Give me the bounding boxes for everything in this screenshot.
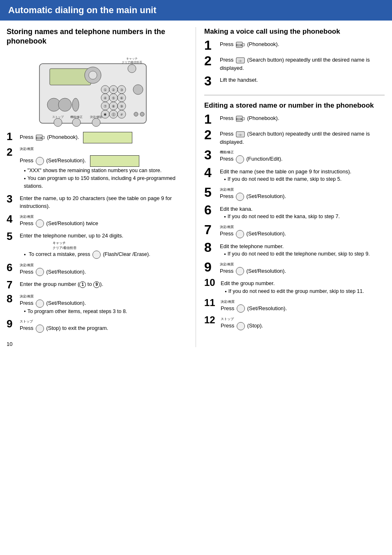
step-content: Edit the kana. If you do not need to edi… — [220, 205, 385, 221]
set-resolution-btn — [236, 193, 244, 201]
step-content: Press ◁▷ (Search button) repeatedly unti… — [220, 130, 385, 146]
num-9: 9 — [93, 281, 100, 288]
stop-btn — [237, 322, 245, 330]
svg-point-40 — [133, 85, 143, 94]
step-after: (Set/Resolution). — [46, 158, 86, 164]
svg-point-4 — [128, 64, 136, 73]
step-number: 5 — [204, 186, 218, 199]
phonebook-label: (Phonebook). — [47, 134, 79, 140]
left-step-1: 1 Press 電話帳 (Phonebook). — [7, 132, 187, 143]
svg-point-6 — [89, 71, 97, 79]
svg-point-38 — [72, 118, 81, 127]
step-content: Edit the telephone number. If you do not… — [220, 242, 385, 258]
set-resolution-btn — [236, 267, 244, 275]
svg-text:クリア/着信拒否: クリア/着信拒否 — [122, 61, 143, 64]
step-content: 決定/画質 Press (Set/Resolution). — [221, 299, 385, 313]
left-step-6: 6 決定/画質 Press (Set/Resolution). — [7, 263, 187, 276]
right-section-1: Making a voice call using the phonebook … — [204, 27, 385, 88]
step-content: 決定/画質 Press (Set/Resolution). — [220, 262, 385, 276]
step-content: 決定/画質 Press (Set/Resolution). — [220, 187, 385, 201]
step-number: 11 — [204, 298, 219, 308]
page-number: 10 — [7, 341, 12, 347]
display-box-2 — [90, 155, 139, 167]
set-resolution-btn — [36, 157, 44, 165]
step-number: 1 — [204, 113, 218, 126]
num-1: 1 — [79, 281, 86, 288]
phonebook-icon: 電話帳 — [236, 115, 245, 122]
step-content: 機能/修正 Press (Function/Edit). — [220, 150, 385, 164]
svg-point-42 — [140, 112, 144, 116]
header-bar: Automatic dialing on the main unit — [0, 0, 392, 21]
right-step2-2: 2 Press ◁▷ (Search button) repeatedly un… — [204, 130, 385, 146]
svg-text:電話帳: 電話帳 — [236, 118, 243, 120]
step-content: Lift the handset. — [220, 76, 385, 84]
set-resolution-btn — [36, 219, 44, 228]
display-box-1 — [83, 132, 132, 143]
bullet-2: You can program up to 150 stations, incl… — [20, 175, 187, 190]
step-number: 12 — [204, 315, 219, 325]
step-content: Press 電話帳 (Phonebook). — [220, 114, 385, 122]
step-number: 2 — [7, 147, 18, 157]
phonebook-icon: 電話帳 — [236, 41, 245, 48]
right-step2-6: 6 Edit the kana. If you do not need to e… — [204, 205, 385, 221]
step-content: 決定/画質 Press (Set/Resolution). To program… — [20, 294, 187, 315]
step-content: ストップ Press (Stop) to exit the program. — [20, 319, 187, 333]
bullet-skip11: If you do not need to edit the group num… — [221, 288, 385, 295]
bullet-flash: To correct a mistake, press (Flash/Clear… — [20, 251, 187, 259]
set-resolution-btn — [237, 304, 245, 313]
function-edit-btn — [236, 155, 244, 164]
svg-text:⑤: ⑤ — [112, 96, 115, 100]
svg-text:電話帳: 電話帳 — [236, 44, 243, 46]
left-step-5: 5 Enter the telephone number, up to 24 d… — [7, 232, 187, 259]
right-step1-2: 2 Press ◁▷ (Search button) repeatedly un… — [204, 56, 385, 72]
svg-text:◁▷: ◁▷ — [238, 60, 242, 62]
svg-text:✱: ✱ — [104, 113, 107, 117]
right-step2-4: 4 Edit the name (see the table on page 9… — [204, 168, 385, 183]
right-step2-7: 7 決定/画質 Press (Set/Resolution). — [204, 225, 385, 238]
left-step-7: 7 Enter the group number (1 to 9). — [7, 280, 187, 290]
right-section1-title: Making a voice call using the phonebook — [204, 27, 385, 36]
step-number: 9 — [7, 318, 18, 329]
right-step2-11: 11 決定/画質 Press (Set/Resolution). — [204, 299, 385, 313]
search-icon: ◁▷ — [236, 131, 245, 138]
svg-point-37 — [54, 118, 62, 127]
right-step2-1: 1 Press 電話帳 (Phonebook). — [204, 114, 385, 126]
step-number: 4 — [7, 214, 18, 224]
svg-point-32 — [58, 98, 71, 111]
right-step2-5: 5 決定/画質 Press (Set/Resolution). — [204, 187, 385, 201]
left-step-8: 8 決定/画質 Press (Set/Resolution). To progr… — [7, 294, 187, 315]
right-step2-12: 12 ストップ Press (Stop). — [204, 317, 385, 330]
step-number: 7 — [7, 279, 18, 290]
svg-text:④: ④ — [104, 96, 107, 100]
step-content: 決定/画質 Press (Set/Resolution) twice — [20, 214, 187, 228]
step-text: Press — [20, 158, 35, 164]
step-number: 6 — [204, 203, 218, 216]
stop-btn — [36, 325, 44, 333]
step-content: Enter the telephone number, up to 24 dig… — [20, 232, 187, 259]
svg-text:①: ① — [104, 88, 107, 92]
left-step-4: 4 決定/画質 Press (Set/Resolution) twice — [7, 214, 187, 228]
step-number: 3 — [7, 193, 18, 204]
flash-clear-btn — [92, 251, 101, 259]
right-step2-3: 3 機能/修正 Press (Function/Edit). — [204, 150, 385, 164]
step-number: 7 — [204, 223, 218, 236]
svg-point-41 — [134, 112, 138, 116]
svg-point-39 — [92, 118, 100, 127]
left-step-9: 9 ストップ Press (Stop) to exit the program. — [7, 319, 187, 333]
set-resolution-btn — [36, 268, 44, 276]
svg-text:ストップ: ストップ — [52, 115, 64, 118]
svg-text:③: ③ — [120, 88, 123, 92]
step-number: 4 — [204, 166, 218, 179]
svg-text:⑧: ⑧ — [112, 104, 115, 108]
step-number: 6 — [7, 262, 18, 273]
bullet-skip9: If you do not need to edit the telephone… — [220, 250, 385, 258]
phonebook-icon: 電話帳 — [36, 134, 45, 141]
step-content: Edit the name (see the table on page 9 f… — [220, 168, 385, 183]
bullet-1: "XXX" shows the remaining station number… — [20, 167, 187, 175]
step-text: Press — [20, 134, 35, 140]
left-section-title: Storing names and telephone numbers in t… — [7, 27, 187, 46]
svg-text:電話帳: 電話帳 — [36, 137, 43, 139]
right-step2-8: 8 Edit the telephone number. If you do n… — [204, 242, 385, 258]
right-column: Making a voice call using the phonebook … — [196, 27, 385, 347]
set-resolution-btn — [36, 299, 44, 308]
